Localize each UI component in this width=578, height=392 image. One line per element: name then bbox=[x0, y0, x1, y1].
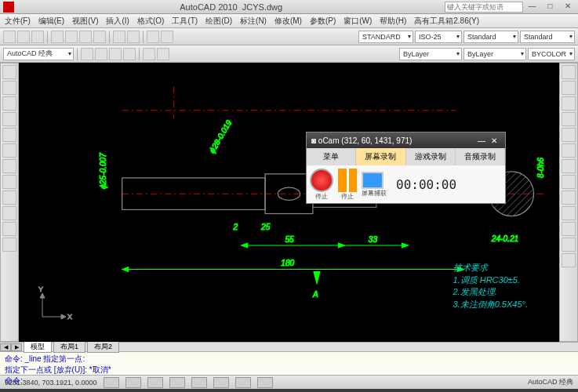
array-tool[interactable] bbox=[562, 128, 576, 142]
workspace-dropdown[interactable]: AutoCAD 经典 bbox=[3, 48, 74, 60]
move-tool[interactable] bbox=[562, 143, 576, 158]
menu-tools[interactable]: 工具(T) bbox=[172, 16, 198, 27]
tab-scroll-left[interactable]: ◀ bbox=[0, 343, 11, 351]
modify-toolbar bbox=[559, 63, 578, 342]
text-tool[interactable] bbox=[2, 175, 16, 189]
trim-tool[interactable] bbox=[562, 191, 576, 205]
ocam-tab-game[interactable]: 游戏录制 bbox=[406, 148, 456, 165]
hatch-tool[interactable] bbox=[2, 159, 16, 173]
rotate-tool[interactable] bbox=[562, 159, 576, 173]
menu-window[interactable]: 窗口(W) bbox=[344, 16, 372, 27]
osnap-toggle[interactable] bbox=[191, 377, 207, 388]
paste-button[interactable] bbox=[93, 31, 106, 43]
region-tool[interactable] bbox=[2, 238, 16, 252]
dyn-toggle[interactable] bbox=[235, 377, 251, 388]
cut-button[interactable] bbox=[65, 31, 78, 43]
block-tool[interactable] bbox=[2, 206, 16, 220]
ocam-pause-button[interactable] bbox=[338, 169, 357, 192]
table-tool[interactable] bbox=[2, 222, 16, 236]
ocam-tab-menu[interactable]: 菜单 bbox=[307, 148, 356, 165]
ocam-titlebar[interactable]: ◙ oCam (312, 60, 1431, 971) — ✕ bbox=[307, 132, 505, 148]
save-button[interactable] bbox=[31, 31, 44, 43]
undo-button[interactable] bbox=[113, 31, 125, 43]
svg-text:Y: Y bbox=[38, 285, 43, 293]
maximize-button[interactable]: □ bbox=[543, 2, 557, 13]
ocam-capture-button[interactable] bbox=[362, 172, 384, 189]
extend-tool[interactable] bbox=[562, 206, 576, 220]
offset-tool[interactable] bbox=[562, 112, 576, 126]
point-tool[interactable] bbox=[2, 191, 16, 205]
tab-layout1[interactable]: 布局1 bbox=[53, 341, 85, 353]
ocam-minimize[interactable]: — bbox=[475, 136, 488, 145]
tb2-btn[interactable] bbox=[143, 48, 155, 60]
mirror-tool[interactable] bbox=[562, 96, 576, 111]
tb2-btn[interactable] bbox=[95, 48, 107, 60]
tab-scroll-right[interactable]: ▶ bbox=[11, 343, 22, 351]
dim-2: 2 bbox=[233, 223, 238, 231]
tab-layout2[interactable]: 布局2 bbox=[87, 341, 119, 353]
copy-button[interactable] bbox=[79, 31, 92, 43]
ocam-record-button[interactable] bbox=[310, 169, 333, 192]
menu-help[interactable]: 帮助(H) bbox=[380, 16, 406, 27]
menu-edit[interactable]: 编辑(E) bbox=[38, 16, 64, 27]
ellipse-tool[interactable] bbox=[2, 143, 16, 158]
polar-toggle[interactable] bbox=[169, 377, 185, 388]
fillet-tool[interactable] bbox=[562, 222, 576, 236]
menu-file[interactable]: 文件(F) bbox=[5, 16, 31, 27]
arc-tool[interactable] bbox=[2, 112, 16, 126]
menu-param[interactable]: 参数(P) bbox=[310, 16, 336, 27]
snap-toggle[interactable] bbox=[104, 377, 119, 388]
lwt-toggle[interactable] bbox=[257, 377, 273, 388]
zoom-button[interactable] bbox=[161, 31, 173, 43]
svg-marker-22 bbox=[40, 293, 45, 298]
std3-dropdown[interactable]: Standard bbox=[520, 31, 575, 43]
tb2-btn[interactable] bbox=[109, 48, 122, 60]
title-text: AutoCAD 2010 JCYS.dwg bbox=[17, 2, 445, 12]
ocam-window[interactable]: ◙ oCam (312, 60, 1431, 971) — ✕ 菜单 屏幕录制 … bbox=[306, 132, 506, 204]
menu-view[interactable]: 视图(V) bbox=[72, 16, 98, 27]
dim-180: 180 bbox=[281, 259, 294, 267]
svg-marker-16 bbox=[402, 243, 408, 248]
pan-button[interactable] bbox=[147, 31, 159, 43]
otrack-toggle[interactable] bbox=[213, 377, 229, 388]
layout-tabs-bar: ◀ ▶ 模型 布局1 布局2 bbox=[0, 342, 578, 351]
print-button[interactable] bbox=[51, 31, 64, 43]
erase-tool[interactable] bbox=[562, 65, 576, 79]
linetype-dropdown[interactable]: ByLayer bbox=[463, 48, 526, 60]
menu-insert[interactable]: 插入(I) bbox=[106, 16, 129, 27]
std2-dropdown[interactable]: Standard bbox=[463, 31, 518, 43]
open-button[interactable] bbox=[17, 31, 30, 43]
redo-button[interactable] bbox=[127, 31, 140, 43]
chamfer-tool[interactable] bbox=[562, 238, 576, 252]
new-button[interactable] bbox=[3, 31, 16, 43]
ocam-tab-audio[interactable]: 音频录制 bbox=[456, 148, 505, 165]
tb2-btn[interactable] bbox=[123, 48, 136, 60]
bycolor-dropdown[interactable]: BYCOLOR bbox=[528, 48, 575, 60]
line-tool[interactable] bbox=[2, 65, 16, 79]
scale-tool[interactable] bbox=[562, 175, 576, 189]
help-search-input[interactable] bbox=[445, 2, 523, 13]
ocam-tab-screen[interactable]: 屏幕录制 bbox=[356, 148, 405, 165]
circle-tool[interactable] bbox=[2, 96, 16, 111]
close-button[interactable]: ✕ bbox=[561, 2, 575, 13]
menu-modify[interactable]: 修改(M) bbox=[274, 16, 302, 27]
tab-model[interactable]: 模型 bbox=[24, 341, 52, 353]
minimize-button[interactable]: — bbox=[525, 2, 539, 13]
ortho-toggle[interactable] bbox=[147, 377, 163, 388]
menu-extra[interactable]: 高有工具箱2.86(Y) bbox=[414, 16, 479, 27]
copy-tool[interactable] bbox=[562, 81, 576, 95]
tb2-btn[interactable] bbox=[81, 48, 93, 60]
menu-dimension[interactable]: 标注(N) bbox=[240, 16, 267, 27]
menu-draw[interactable]: 绘图(D) bbox=[205, 16, 232, 27]
text-style-dropdown[interactable]: STANDARD bbox=[358, 31, 413, 43]
polyline-tool[interactable] bbox=[2, 81, 16, 95]
rect-tool[interactable] bbox=[2, 128, 16, 142]
tb2-btn[interactable] bbox=[157, 48, 169, 60]
command-line[interactable]: 命令: _line 指定第一点: 指定下一点或 [放弃(U)]: *取消* 命令… bbox=[0, 351, 578, 375]
explode-tool[interactable] bbox=[562, 253, 576, 267]
ocam-close[interactable]: ✕ bbox=[488, 136, 500, 145]
layer-color-dropdown[interactable]: ByLayer bbox=[399, 48, 462, 60]
menu-format[interactable]: 格式(O) bbox=[137, 16, 164, 27]
dim-style-dropdown[interactable]: ISO-25 bbox=[415, 31, 462, 43]
grid-toggle[interactable] bbox=[125, 377, 141, 388]
